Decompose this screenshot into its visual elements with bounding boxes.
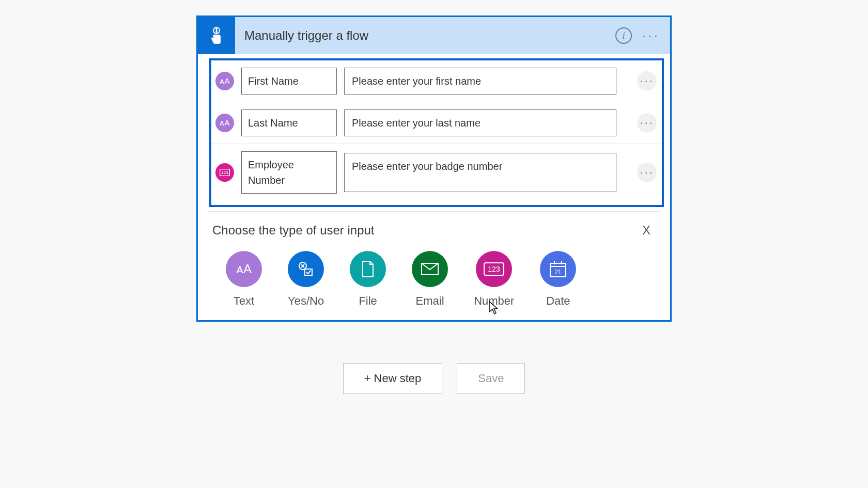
- trigger-card: Manually trigger a flow i ··· ᴀA First N…: [196, 15, 672, 322]
- email-icon: [412, 251, 448, 287]
- type-label: Text: [234, 294, 254, 308]
- date-icon: 21: [540, 251, 576, 287]
- type-label: File: [359, 294, 377, 308]
- type-label: Number: [474, 294, 514, 308]
- type-option-number[interactable]: 123 Number: [474, 251, 514, 308]
- input-prompt-field[interactable]: Please enter your first name: [344, 68, 616, 95]
- number-icon: 123: [476, 251, 512, 287]
- footer-actions: + New step Save: [196, 363, 672, 394]
- input-row-menu[interactable]: ···: [637, 71, 657, 91]
- new-step-button[interactable]: + New step: [343, 363, 443, 394]
- text-type-icon: ᴀA: [215, 72, 234, 90]
- type-option-yesno[interactable]: Yes/No: [288, 251, 324, 308]
- type-option-file[interactable]: File: [350, 251, 386, 308]
- picker-close-button[interactable]: X: [637, 221, 656, 240]
- type-option-text[interactable]: ᴀA Text: [226, 251, 262, 308]
- card-header[interactable]: Manually trigger a flow i ···: [198, 17, 670, 54]
- type-label: Email: [416, 294, 444, 308]
- info-icon[interactable]: i: [615, 27, 632, 44]
- input-prompt-field[interactable]: Please enter your badge number: [344, 153, 616, 192]
- input-row: 123 Employee Number Please enter your ba…: [211, 144, 662, 201]
- file-icon: [350, 251, 386, 287]
- input-row-menu[interactable]: ···: [637, 113, 657, 133]
- input-name-field[interactable]: Employee Number: [241, 151, 337, 194]
- number-type-icon: 123: [215, 163, 234, 182]
- input-type-picker: Choose the type of user input X ᴀA Text …: [198, 212, 670, 320]
- text-icon: ᴀA: [226, 251, 262, 287]
- card-title: Manually trigger a flow: [235, 28, 615, 43]
- type-label: Date: [546, 294, 570, 308]
- svg-text:123: 123: [221, 170, 228, 175]
- picker-title: Choose the type of user input: [212, 223, 375, 238]
- type-option-date[interactable]: 21 Date: [540, 251, 576, 308]
- type-option-email[interactable]: Email: [412, 251, 448, 308]
- input-row-menu[interactable]: ···: [637, 163, 657, 182]
- svg-rect-4: [305, 269, 312, 275]
- manual-trigger-icon: [198, 17, 235, 54]
- inputs-region: ᴀA First Name Please enter your first na…: [209, 58, 664, 207]
- save-button[interactable]: Save: [457, 363, 525, 394]
- svg-text:123: 123: [488, 265, 501, 273]
- svg-text:21: 21: [555, 269, 562, 276]
- type-label: Yes/No: [288, 294, 324, 308]
- input-prompt-field[interactable]: Please enter your last name: [344, 109, 616, 136]
- yesno-icon: [288, 251, 324, 287]
- text-type-icon: ᴀA: [215, 114, 234, 132]
- input-name-field[interactable]: First Name: [241, 68, 337, 95]
- input-row: ᴀA Last Name Please enter your last name…: [211, 102, 662, 144]
- input-row: ᴀA First Name Please enter your first na…: [211, 60, 662, 102]
- input-name-field[interactable]: Last Name: [241, 109, 337, 136]
- card-menu-button[interactable]: ···: [642, 33, 660, 38]
